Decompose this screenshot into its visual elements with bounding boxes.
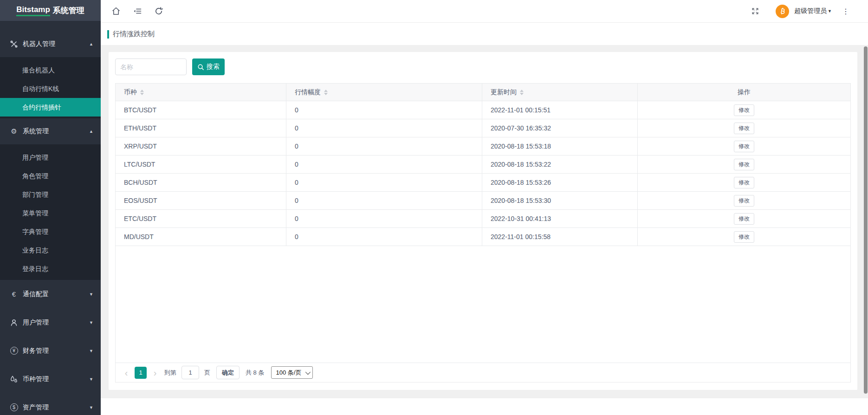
table-row: LTC/USDT 0 2020-08-18 15:53:22 修改	[116, 156, 850, 174]
goto-page-input[interactable]	[181, 366, 199, 379]
column-header-pair[interactable]: 币种	[116, 84, 286, 101]
sidebar-group-users[interactable]: 用户管理 ▼	[0, 308, 101, 337]
sidebar-group-finance[interactable]: ¥ 财务管理 ▼	[0, 337, 101, 365]
fullscreen-icon[interactable]	[751, 6, 760, 16]
sidebar-submenu-system: 用户管理 角色管理 部门管理 菜单管理 字典管理 业务日志 登录日志	[0, 144, 101, 280]
yen-circle-icon: ¥	[9, 347, 19, 355]
content-card: 搜索 币种 行情幅度 更新时间 操作	[109, 52, 857, 390]
table-row: ETH/USDT 0 2020-07-30 16:35:32 修改	[116, 119, 850, 137]
chevron-down-icon: ▼	[89, 377, 93, 382]
next-page-icon[interactable]: ›	[149, 368, 161, 377]
table-row: BTC/USDT 0 2022-11-01 00:15:51 修改	[116, 101, 850, 119]
table-row: EOS/USDT 0 2020-08-18 15:53:30 修改	[116, 192, 850, 210]
sort-icon[interactable]	[520, 90, 524, 95]
edit-button[interactable]: 修改	[734, 123, 754, 134]
tools-icon	[9, 40, 19, 48]
edit-button[interactable]: 修改	[734, 213, 754, 225]
sidebar-item-contract-pin[interactable]: 合约行情插针	[0, 98, 101, 117]
search-button-label: 搜索	[207, 63, 220, 71]
search-input[interactable]	[115, 58, 187, 75]
cell-range: 0	[286, 119, 482, 137]
sidebar-group-label: 用户管理	[23, 318, 49, 327]
more-menu-icon[interactable]: ⋮	[842, 7, 849, 16]
chevron-down-icon: ▼	[89, 292, 93, 297]
sidebar-group-assets[interactable]: $ 资产管理 ▼	[0, 393, 101, 415]
cell-range: 0	[286, 228, 482, 246]
vertical-scrollbar[interactable]	[864, 46, 868, 394]
column-header-updated[interactable]: 更新时间	[482, 84, 638, 101]
sidebar-group-coins[interactable]: 币种管理 ▼	[0, 365, 101, 393]
brand-name: Bitstamp	[16, 5, 50, 16]
cell-updated: 2022-11-01 00:15:58	[482, 228, 638, 246]
header-right: 超级管理员 ▼ ⋮	[751, 5, 868, 18]
sidebar-item-auto-kline[interactable]: 自动行情K线	[0, 79, 101, 98]
column-header-range[interactable]: 行情幅度	[286, 84, 482, 101]
cell-updated: 2020-08-18 15:53:26	[482, 174, 638, 191]
sidebar-item-role-mgmt[interactable]: 角色管理	[0, 167, 101, 185]
collapse-sidebar-icon[interactable]	[133, 6, 142, 16]
data-table: 币种 行情幅度 更新时间 操作 BTC/USDT 0 2022-11-	[115, 83, 851, 383]
edit-button[interactable]: 修改	[734, 177, 754, 188]
sidebar-group-label: 资产管理	[23, 403, 49, 412]
sidebar-group-robot[interactable]: 机器人管理 ▲	[0, 31, 101, 57]
sidebar-group-label: 财务管理	[23, 347, 49, 355]
cell-pair: EOS/USDT	[116, 192, 286, 209]
sort-icon[interactable]	[140, 90, 144, 95]
table-row: XRP/USDT 0 2020-08-18 15:53:18 修改	[116, 137, 850, 156]
bitcoin-avatar[interactable]	[776, 5, 789, 18]
edit-button[interactable]: 修改	[734, 231, 754, 243]
sidebar-group-system[interactable]: ⚙ 系统管理 ▲	[0, 118, 101, 144]
page-size-select[interactable]: 100 条/页	[271, 366, 313, 379]
sidebar-item-login-log[interactable]: 登录日志	[0, 259, 101, 278]
user-menu-caret-icon[interactable]: ▼	[828, 9, 832, 13]
refresh-icon[interactable]	[154, 6, 163, 16]
cell-range: 0	[286, 156, 482, 173]
top-header: 超级管理员 ▼ ⋮	[101, 0, 868, 23]
sidebar-item-user-mgmt[interactable]: 用户管理	[0, 148, 101, 167]
cell-pair: BCH/USDT	[116, 174, 286, 191]
chevron-down-icon: ▼	[89, 349, 93, 353]
sidebar-group-label: 币种管理	[23, 375, 49, 383]
cell-pair: ETC/USDT	[116, 210, 286, 227]
cell-range: 0	[286, 192, 482, 209]
app-logo: Bitstamp 系统管理	[0, 0, 101, 21]
search-icon	[197, 64, 204, 71]
sidebar-menu: 机器人管理 ▲ 撮合机器人 自动行情K线 合约行情插针 ⚙ 系统管理 ▲ 用户管…	[0, 21, 101, 415]
sort-icon[interactable]	[324, 90, 328, 95]
cell-updated: 2020-08-18 15:53:22	[482, 156, 638, 173]
goto-suffix-label: 页	[204, 369, 210, 377]
chevron-up-icon: ▲	[89, 42, 93, 46]
sidebar-group-label: 通信配置	[23, 290, 49, 298]
user-name[interactable]: 超级管理员	[794, 7, 827, 15]
edit-button[interactable]: 修改	[734, 159, 754, 170]
pagination-bar: ‹ 1 › 到第 页 确定 共 8 条 100 条/页	[116, 363, 850, 382]
sidebar-item-dept-mgmt[interactable]: 部门管理	[0, 185, 101, 204]
sidebar-item-biz-log[interactable]: 业务日志	[0, 241, 101, 259]
main-content: 搜索 币种 行情幅度 更新时间 操作	[101, 45, 868, 398]
user-icon	[9, 318, 19, 327]
sidebar-item-menu-mgmt[interactable]: 菜单管理	[0, 204, 101, 222]
sidebar-group-comm[interactable]: € 通信配置 ▼	[0, 280, 101, 308]
goto-prefix-label: 到第	[164, 369, 176, 377]
edit-button[interactable]: 修改	[734, 104, 754, 116]
search-button[interactable]: 搜索	[192, 58, 225, 75]
page-title: 行情涨跌控制	[113, 30, 155, 39]
cell-updated: 2020-08-18 15:53:18	[482, 137, 638, 155]
edit-button[interactable]: 修改	[734, 141, 754, 152]
sidebar-group-label: 机器人管理	[23, 40, 55, 48]
prev-page-icon[interactable]: ‹	[120, 368, 132, 377]
page-number-button[interactable]: 1	[135, 367, 147, 379]
sidebar-submenu-robot: 撮合机器人 自动行情K线 合约行情插针	[0, 57, 101, 118]
cell-range: 0	[286, 137, 482, 155]
sidebar-item-dict-mgmt[interactable]: 字典管理	[0, 222, 101, 241]
title-accent-bar	[107, 30, 109, 39]
home-icon[interactable]	[111, 6, 121, 16]
sidebar-item-matching-robot[interactable]: 撮合机器人	[0, 61, 101, 79]
cell-range: 0	[286, 101, 482, 119]
confirm-button[interactable]: 确定	[216, 366, 240, 379]
cell-range: 0	[286, 210, 482, 227]
edit-button[interactable]: 修改	[734, 195, 754, 207]
cell-range: 0	[286, 174, 482, 191]
cell-pair: BTC/USDT	[116, 101, 286, 119]
total-count-label: 共 8 条	[246, 369, 264, 377]
